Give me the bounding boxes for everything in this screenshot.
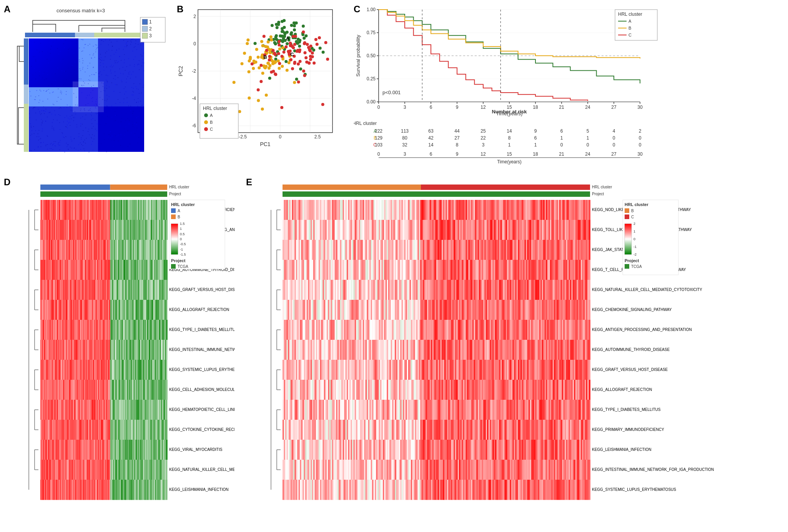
heatmap-d-canvas xyxy=(4,177,234,523)
survival-canvas xyxy=(354,4,776,165)
pca-canvas xyxy=(177,4,346,165)
panel-e-label: E xyxy=(246,177,252,188)
panel-e: E xyxy=(246,177,776,523)
panel-a-label: A xyxy=(4,4,10,15)
panel-c-label: C xyxy=(354,4,360,15)
panel-d-label: D xyxy=(4,177,10,188)
panel-b-label: B xyxy=(177,4,183,15)
panel-b: B xyxy=(177,4,346,165)
consensus-matrix-canvas xyxy=(4,4,169,165)
heatmap-e-canvas xyxy=(246,177,776,523)
panel-d: D xyxy=(4,177,234,523)
panel-a: A xyxy=(4,4,169,165)
panel-c: C xyxy=(354,4,776,165)
